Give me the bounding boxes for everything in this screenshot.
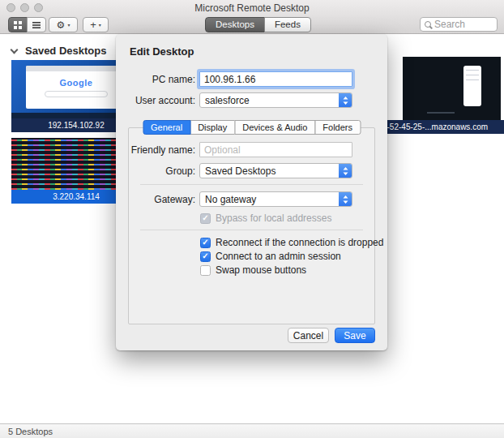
checkbox[interactable]: ✓ (200, 213, 211, 224)
grid-view-button[interactable] (8, 17, 28, 32)
search-field[interactable] (420, 17, 498, 32)
popup-chevrons-icon (339, 164, 352, 178)
checkbox[interactable]: ✓ (200, 238, 211, 248)
gateway-value: No gateway (205, 194, 256, 205)
search-input[interactable] (434, 19, 493, 30)
save-button[interactable]: Save (335, 328, 375, 343)
swap-mouse-buttons-checkbox[interactable]: ✓ Swap mouse buttons (200, 264, 306, 276)
group-label: Group: (116, 165, 195, 177)
user-account-value: salesforce (205, 95, 250, 106)
gateway-label: Gateway: (116, 194, 195, 205)
group-value: Saved Desktops (205, 165, 275, 177)
friendly-name-label: Friendly name: (116, 144, 195, 156)
tab-desktops[interactable]: Desktops (205, 17, 265, 32)
checkmark-icon: ✓ (202, 252, 208, 260)
tab-folders[interactable]: Folders (314, 120, 361, 135)
pc-name-label: PC name: (116, 74, 195, 85)
tab-general[interactable]: General (143, 120, 190, 135)
checkbox-label: Reconnect if the connection is dropped (216, 237, 383, 248)
checkbox[interactable]: ✓ (200, 251, 211, 262)
checkbox-label: Swap mouse buttons (216, 264, 306, 276)
app-window: Microsoft Remote Desktop ⚙ ▾ + ▾ Desktop… (0, 0, 504, 438)
edit-desktop-dialog: Edit Desktop PC name: User account: sale… (116, 34, 387, 350)
checkbox-label: Connect to an admin session (216, 251, 341, 262)
chevron-down-icon (11, 45, 19, 54)
popup-chevrons-icon (339, 93, 352, 107)
pc-name-input[interactable] (199, 71, 352, 87)
chevron-down-icon: ▾ (67, 22, 70, 28)
list-icon (32, 21, 41, 29)
admin-session-checkbox[interactable]: ✓ Connect to an admin session (200, 251, 341, 262)
user-account-label: User account: (116, 95, 195, 106)
google-logo-text: Google (26, 78, 126, 88)
dialog-tabbar: General Display Devices & Audio Folders (143, 120, 361, 135)
grid-icon (14, 21, 22, 29)
window-chrome: Microsoft Remote Desktop ⚙ ▾ + ▾ Desktop… (0, 0, 504, 34)
list-view-button[interactable] (27, 17, 46, 32)
separator (140, 230, 363, 230)
checkmark-icon: ✓ (202, 238, 208, 247)
section-title: Saved Desktops (25, 45, 106, 57)
popup-chevrons-icon (339, 192, 352, 206)
add-menu-button[interactable]: + ▾ (83, 17, 109, 32)
saved-desktops-section-header[interactable]: Saved Desktops (11, 45, 106, 57)
tab-display[interactable]: Display (190, 120, 235, 135)
window-title: Microsoft Remote Desktop (0, 2, 504, 14)
status-bar: 5 Desktops (0, 423, 504, 438)
desktop-thumbnail[interactable] (403, 57, 501, 120)
desktop-preview (403, 57, 501, 120)
browser-window-preview: Google (26, 66, 126, 109)
checkbox-label: Bypass for local addresses (216, 213, 331, 224)
user-account-select[interactable]: salesforce (199, 92, 352, 108)
dialog-title: Edit Desktop (130, 45, 194, 58)
cancel-button[interactable]: Cancel (288, 328, 329, 343)
plus-icon: + (90, 19, 96, 31)
reconnect-checkbox[interactable]: ✓ Reconnect if the connection is dropped (200, 237, 383, 248)
desktop-count: 5 Desktops (8, 427, 53, 436)
checkbox[interactable]: ✓ (200, 265, 211, 276)
checkmark-icon: ✓ (202, 214, 208, 222)
bypass-local-addresses-checkbox: ✓ Bypass for local addresses (200, 213, 331, 224)
gear-icon: ⚙ (57, 19, 66, 31)
group-select[interactable]: Saved Desktops (199, 163, 352, 178)
search-icon (425, 21, 431, 28)
gateway-select[interactable]: No gateway (199, 191, 352, 207)
desktops-feeds-segment: Desktops Feeds (205, 17, 311, 32)
settings-menu-button[interactable]: ⚙ ▾ (49, 17, 78, 32)
tab-devices-audio[interactable]: Devices & Audio (234, 120, 315, 135)
separator (140, 184, 363, 185)
friendly-name-input[interactable] (199, 142, 352, 157)
view-mode-segment (8, 17, 46, 32)
phone-mockup (463, 66, 481, 106)
tab-feeds[interactable]: Feeds (264, 17, 311, 32)
chevron-down-icon: ▾ (99, 22, 101, 28)
